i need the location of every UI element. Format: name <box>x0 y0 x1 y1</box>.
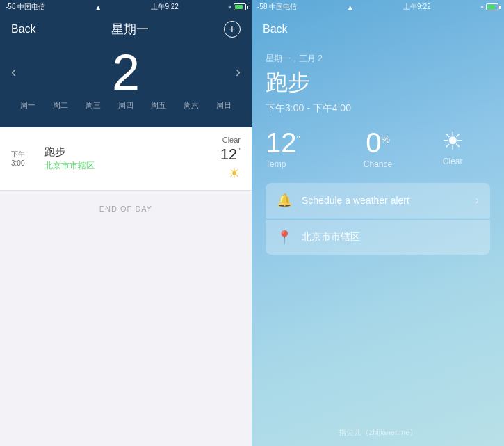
status-bar-right: -58 中国电信 ▲ 上午9:22 ⌖ <box>252 0 504 14</box>
event-title: 跑步 <box>44 145 220 159</box>
sun-icon-event: ☀ <box>228 165 241 182</box>
weekday-fri[interactable]: 周五 <box>151 100 166 111</box>
nav-bar-left: Back 星期一 + <box>0 14 252 45</box>
weekdays-row: 周一 周二 周三 周四 周五 周六 周日 <box>11 100 241 116</box>
bell-icon: 🔔 <box>277 193 292 208</box>
status-bar-left: -58 中国电信 ▲ 上午9:22 ⌖ <box>0 0 252 14</box>
signal-right: -58 中国电信 <box>257 2 297 12</box>
temp-unit: ° <box>297 134 301 145</box>
location-icon: 📍 <box>277 230 292 245</box>
status-icons-left: ⌖ <box>228 3 246 11</box>
event-weather-label: Clear <box>222 136 241 144</box>
weekday-wed[interactable]: 周三 <box>86 100 101 111</box>
chance-stat: 0% Chance <box>341 129 416 169</box>
temp-label: Temp <box>266 159 286 169</box>
left-panel: -58 中国电信 ▲ 上午9:22 ⌖ Back 星期一 + ‹ 2 › 周一 … <box>0 0 252 446</box>
chance-value: 0% <box>366 129 390 157</box>
event-location: 北京市市辖区 <box>44 160 220 172</box>
events-section: 下午 3:00 跑步 北京市市辖区 Clear 12° ☀ END OF DAY <box>0 127 252 446</box>
clear-stat: ☀ Clear <box>415 129 490 166</box>
end-of-day-label: END OF DAY <box>0 191 252 227</box>
detail-time: 下午3:00 - 下午4:00 <box>266 102 490 115</box>
temp-stat: 12° Temp <box>266 129 341 169</box>
gps-icon-right: ⌖ <box>480 3 484 11</box>
detail-content: 星期一，三月 2 跑步 下午3:00 - 下午4:00 12° Temp 0% … <box>252 45 504 422</box>
event-info: 跑步 北京市市辖区 <box>36 145 220 172</box>
schedule-alert-label: Schedule a weather alert <box>302 195 466 206</box>
weekday-mon[interactable]: 周一 <box>20 100 35 111</box>
sun-icon-detail: ☀ <box>441 129 464 154</box>
detail-buttons: 🔔 Schedule a weather alert › 📍 北京市市辖区 <box>266 183 490 255</box>
weekday-sun[interactable]: 周日 <box>216 100 231 111</box>
date-row: ‹ 2 › <box>11 45 241 100</box>
location-label: 北京市市辖区 <box>302 231 479 244</box>
chance-number: 0 <box>366 127 381 158</box>
event-temp: 12° <box>220 147 241 162</box>
event-time-line2: 3:00 <box>11 159 36 168</box>
temp-value: 12° <box>266 129 300 157</box>
add-button-left[interactable]: + <box>224 21 241 38</box>
button-separator <box>266 218 490 219</box>
back-button-right[interactable]: Back <box>263 23 288 35</box>
event-time: 下午 3:00 <box>11 150 36 168</box>
back-button-left[interactable]: Back <box>11 23 36 35</box>
location-button[interactable]: 📍 北京市市辖区 <box>266 220 490 255</box>
time-right: 上午9:22 <box>403 2 430 12</box>
date-number: 2 <box>112 47 140 97</box>
weekday-thu[interactable]: 周四 <box>118 100 133 111</box>
chevron-right-icon: › <box>475 194 479 207</box>
battery-left <box>234 3 246 10</box>
right-panel: -58 中国电信 ▲ 上午9:22 ⌖ Back 星期一，三月 2 跑步 下午3… <box>252 0 504 446</box>
nav-bar-right: Back <box>252 14 504 45</box>
event-row-0[interactable]: 下午 3:00 跑步 北京市市辖区 Clear 12° ☀ <box>0 127 252 191</box>
chance-unit: % <box>381 134 389 145</box>
detail-date: 星期一，三月 2 <box>266 53 490 65</box>
next-date-button[interactable]: › <box>236 63 241 81</box>
status-icons-right: ⌖ <box>480 3 498 11</box>
clear-label: Clear <box>443 157 463 166</box>
time-left: 上午9:22 <box>151 2 178 12</box>
prev-date-button[interactable]: ‹ <box>11 63 16 81</box>
weather-stats: 12° Temp 0% Chance ☀ Clear <box>266 129 490 169</box>
detail-title: 跑步 <box>266 67 490 98</box>
schedule-alert-button[interactable]: 🔔 Schedule a weather alert › <box>266 183 490 218</box>
signal-left: -58 中国电信 <box>6 2 45 12</box>
chance-label: Chance <box>364 159 392 169</box>
wifi-icon-right: ▲ <box>347 3 354 11</box>
battery-right <box>486 3 498 10</box>
calendar-section: ‹ 2 › 周一 周二 周三 周四 周五 周六 周日 <box>0 45 252 127</box>
watermark: 指尖儿（zhijianer.me） <box>252 422 504 446</box>
event-weather: Clear 12° ☀ <box>220 136 241 182</box>
weekday-tue[interactable]: 周二 <box>53 100 68 111</box>
gps-icon-left: ⌖ <box>228 3 231 11</box>
wifi-icon-left: ▲ <box>95 3 101 11</box>
temp-number: 12 <box>266 127 297 158</box>
event-time-line1: 下午 <box>11 150 36 159</box>
weekday-sat[interactable]: 周六 <box>184 100 199 111</box>
nav-title-left: 星期一 <box>111 21 149 38</box>
